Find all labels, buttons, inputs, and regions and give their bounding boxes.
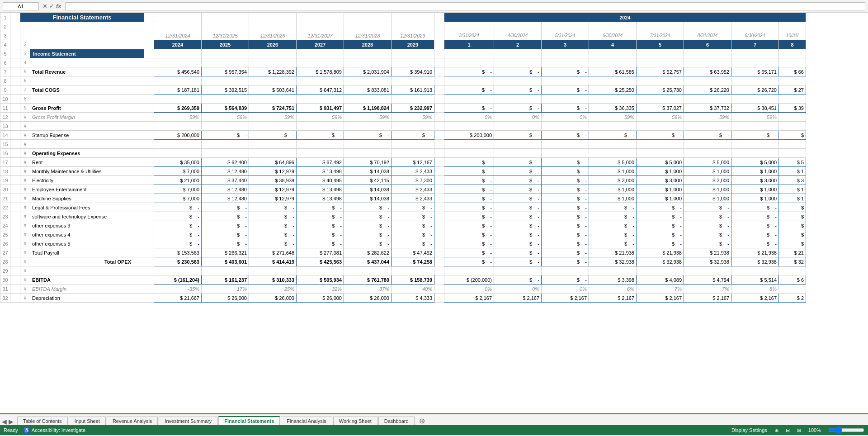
- mcogs-q9: $ 25,250: [589, 85, 637, 95]
- name-box[interactable]: A1: [3, 2, 39, 10]
- mpay-s27: $ 21,938: [684, 248, 731, 257]
- mrev-o7: $ -: [494, 67, 542, 76]
- rev-j7: $ 1,578,809: [297, 67, 344, 76]
- su-h14: $ -: [202, 131, 249, 140]
- mo5-o26: $ -: [494, 239, 542, 248]
- mmaint-p18: $ -: [542, 167, 589, 176]
- maint-k18: $ 14,038: [344, 167, 392, 176]
- mpay-o27: $ -: [494, 248, 542, 257]
- formula-input[interactable]: [65, 2, 865, 10]
- tab-table-of-contents[interactable]: Table of Contents: [17, 417, 68, 425]
- mebm-u31: [779, 284, 806, 294]
- mebm-q31: 6%: [589, 284, 637, 294]
- income-stmt-header: Income Statement: [30, 49, 144, 58]
- o5-l26: $ -: [392, 239, 434, 248]
- label-maint: Monthly Maintenance & Utilities: [30, 167, 134, 176]
- label-electricity: Electricity: [30, 176, 134, 185]
- o4-j25: $ -: [297, 230, 344, 239]
- year-h4: 2025: [202, 40, 249, 49]
- mmaint-u18: $ 1: [779, 167, 806, 176]
- tab-dashboard[interactable]: Dashboard: [378, 417, 415, 425]
- mgp-s11: $ 37,732: [684, 104, 731, 113]
- mee-r20: $ 1,000: [637, 185, 684, 194]
- mleg-r22: $ -: [637, 203, 684, 212]
- row-29: 29 #: [0, 266, 810, 275]
- mmaint-q18: $ 1,000: [589, 167, 637, 176]
- label-legal: Legal & Professional Fees: [30, 203, 134, 212]
- mebm-t31: 8%: [731, 284, 779, 294]
- mo5-s26: $ -: [684, 239, 731, 248]
- row-28-total-opex: 28 # Total OPEX $ 230,563 $ 403,601 $ 41…: [0, 257, 810, 266]
- mnum-t4: 7: [731, 40, 779, 49]
- maint-j18: $ 13,498: [297, 167, 344, 176]
- opex-j28: $ 425,563: [297, 257, 344, 266]
- year-k4: 2028: [344, 40, 392, 49]
- su-i14: $ -: [249, 131, 297, 140]
- label-gross-profit: Gross Profit: [30, 104, 134, 113]
- elec-g19: $ 21,000: [154, 176, 202, 185]
- tab-revenue-analysis[interactable]: Revenue Analysis: [107, 417, 158, 425]
- row-12-gpm: 12 # Gross Profit Margin 59% 59% 59% 59%…: [0, 113, 810, 122]
- mee-o20: $ -: [494, 185, 542, 194]
- mnum-s4: 6: [684, 40, 731, 49]
- mms-n21: $ -: [444, 194, 494, 203]
- row-6: 6 4: [0, 58, 810, 67]
- mee-p20: $ -: [542, 185, 589, 194]
- view-normal-icon[interactable]: ⊞: [774, 427, 778, 433]
- pay-k27: $ 282,622: [344, 248, 392, 257]
- msu-s14: $ -: [684, 131, 731, 140]
- accessibility-status[interactable]: ♿ Accessibility: Investigate: [24, 427, 85, 433]
- msu-r14: $ -: [637, 131, 684, 140]
- opex-h28: $ 403,601: [202, 257, 249, 266]
- gp-i11: $ 724,751: [249, 104, 297, 113]
- mpay-r27: $ 21,938: [637, 248, 684, 257]
- cogs-k9: $ 833,081: [344, 85, 392, 95]
- cell-g1: [154, 13, 202, 22]
- mms-s21: $ 1,000: [684, 194, 731, 203]
- msu-o14: $ -: [494, 131, 542, 140]
- tab-scroll-left[interactable]: ◀: [2, 418, 7, 425]
- gpm-h12: 59%: [202, 113, 249, 122]
- view-page-break-icon[interactable]: ⊠: [797, 427, 801, 433]
- grid-scroll[interactable]: 1 Financial Statements 2024 2: [0, 13, 868, 413]
- eb-j30: $ 505,934: [297, 275, 344, 284]
- sw-l23: $ -: [392, 212, 434, 221]
- cell-a1[interactable]: [10, 13, 20, 22]
- tab-investment-summary[interactable]: Investment Summary: [159, 417, 217, 425]
- zoom-level: 100%: [808, 427, 821, 433]
- meb-o30: $ -: [494, 275, 542, 284]
- dep-h32: $ 26,000: [202, 294, 249, 303]
- mleg-u22: $: [779, 203, 806, 212]
- ms-j21: $ 13,498: [297, 194, 344, 203]
- tab-financial-analysis[interactable]: Financial Analysis: [281, 417, 332, 425]
- o3-g24: $ -: [154, 221, 202, 230]
- melec-q19: $ 3,000: [589, 176, 637, 185]
- mrent-q17: $ 5,000: [589, 158, 637, 167]
- mo4-n25: $ -: [444, 230, 494, 239]
- melec-p19: $ -: [542, 176, 589, 185]
- date-g3: 12/31/2024: [154, 31, 202, 40]
- cell-f1: [144, 13, 154, 22]
- tab-working-sheet[interactable]: Working Sheet: [333, 417, 377, 425]
- mrev-q7: $ 61,585: [589, 67, 637, 76]
- display-settings-btn[interactable]: Display Settings: [731, 427, 767, 433]
- o5-h26: $ -: [202, 239, 249, 248]
- tab-input-sheet[interactable]: Input Sheet: [69, 417, 106, 425]
- tab-scroll-right[interactable]: ▶: [9, 418, 14, 425]
- dep-k32: $ 26,000: [344, 294, 392, 303]
- mdep-s32: $ 2,167: [684, 294, 731, 303]
- tab-financial-statements[interactable]: Financial Statements: [218, 416, 280, 425]
- eb-k30: $ 761,780: [344, 275, 392, 284]
- row-18-maint: 18 # Monthly Maintenance & Utilities $ 7…: [0, 167, 810, 176]
- mdep-u32: $ 2: [779, 294, 806, 303]
- zoom-slider[interactable]: [828, 427, 864, 434]
- add-sheet-button[interactable]: ⊕: [415, 417, 429, 425]
- mrev-r7: $ 62,757: [637, 67, 684, 76]
- mgp-t11: $ 38,451: [731, 104, 779, 113]
- mrev-n7: $ -: [444, 67, 494, 76]
- label-total-payroll: Total Payroll: [30, 248, 134, 257]
- maint-h18: $ 12,480: [202, 167, 249, 176]
- mgpm-s12: 59%: [684, 113, 731, 122]
- view-layout-icon[interactable]: ⊟: [786, 427, 790, 433]
- accessibility-label: Accessibility: Investigate: [32, 427, 85, 433]
